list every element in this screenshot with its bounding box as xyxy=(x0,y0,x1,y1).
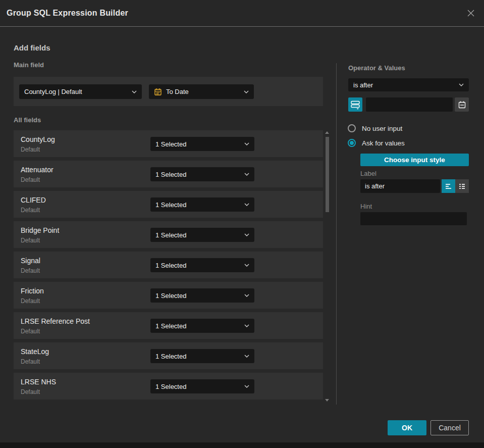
main-field-select[interactable]: CountyLog | Default xyxy=(19,84,142,99)
radio-ask-for-values-label: Ask for values xyxy=(362,139,405,147)
main-field-date-value: To Date xyxy=(166,88,244,95)
field-name: Bridge Point xyxy=(21,226,59,234)
field-selected-value: 1 Selected xyxy=(155,292,244,300)
operator-select[interactable]: is after xyxy=(348,78,469,91)
field-row: LRSE NHS Default 1 Selected xyxy=(14,373,323,400)
field-selected-dropdown[interactable]: 1 Selected xyxy=(150,319,254,333)
field-sublabel: Default xyxy=(21,388,40,395)
chevron-down-icon xyxy=(244,233,249,236)
field-sublabel: Default xyxy=(21,176,40,183)
field-selected-value: 1 Selected xyxy=(155,383,244,390)
field-selected-value: 1 Selected xyxy=(155,262,244,269)
radio-no-user-input-label: No user input xyxy=(362,125,402,132)
field-name: CountyLog xyxy=(21,135,55,143)
field-sublabel: Default xyxy=(21,328,40,335)
chevron-down-icon xyxy=(459,83,464,86)
field-selected-value: 1 Selected xyxy=(155,231,244,239)
field-name: Attenuator xyxy=(21,166,53,174)
field-selected-value: 1 Selected xyxy=(155,201,244,209)
field-selected-value: 1 Selected xyxy=(155,353,244,360)
label-input[interactable] xyxy=(360,179,440,193)
chevron-down-icon xyxy=(244,142,249,145)
field-selected-dropdown[interactable]: 1 Selected xyxy=(150,228,254,242)
list-style-button[interactable] xyxy=(455,179,469,193)
field-name: Friction xyxy=(21,287,44,295)
operator-select-value: is after xyxy=(353,81,459,89)
all-fields-label: All fields xyxy=(14,116,41,124)
main-field-select-value: CountyLog | Default xyxy=(24,88,132,95)
hint-input[interactable] xyxy=(360,212,467,225)
chevron-down-icon xyxy=(244,385,249,388)
field-name: LRSE NHS xyxy=(21,378,56,386)
dialog-title: Group SQL Expression Builder xyxy=(7,0,128,26)
field-sublabel: Default xyxy=(21,267,40,274)
field-row: Friction Default 1 Selected xyxy=(14,282,323,309)
field-row: Bridge Point Default 1 Selected xyxy=(14,221,323,248)
chevron-down-icon xyxy=(244,173,249,176)
scrollbar-down-arrow[interactable] xyxy=(325,399,329,402)
add-fields-heading: Add fields xyxy=(14,43,50,52)
value-type-button[interactable] xyxy=(348,97,362,112)
choose-input-style-button[interactable]: Choose input style xyxy=(360,154,469,166)
value-calendar-button[interactable] xyxy=(455,97,469,112)
field-selected-value: 1 Selected xyxy=(155,140,244,148)
close-icon[interactable] xyxy=(465,7,477,19)
field-sublabel: Default xyxy=(21,237,40,244)
label-label: Label xyxy=(360,170,377,177)
field-sublabel: Default xyxy=(21,297,40,305)
main-field-label: Main field xyxy=(14,61,44,69)
chevron-down-icon xyxy=(244,294,249,297)
field-row: Attenuator Default 1 Selected xyxy=(14,161,323,187)
main-field-date-select[interactable]: To Date xyxy=(149,84,254,99)
field-sublabel: Default xyxy=(21,146,40,153)
field-sublabel: Default xyxy=(21,358,40,365)
field-selected-value: 1 Selected xyxy=(155,171,244,178)
chevron-down-icon xyxy=(244,324,249,327)
panel-divider xyxy=(336,63,337,405)
bullet-list-icon xyxy=(458,182,466,190)
single-line-style-button[interactable] xyxy=(442,179,455,193)
field-row: CountyLog Default 1 Selected xyxy=(14,130,323,157)
field-row: StateLog Default 1 Selected xyxy=(14,342,323,369)
scrollbar-thumb[interactable] xyxy=(326,137,329,212)
operator-values-heading: Operator & Values xyxy=(348,64,405,72)
chevron-down-icon xyxy=(244,203,249,206)
field-name: LRSE Reference Post xyxy=(21,317,90,325)
field-row: CLIFED Default 1 Selected xyxy=(14,191,323,218)
field-selected-dropdown[interactable]: 1 Selected xyxy=(150,137,254,151)
group-sql-expression-builder-dialog: Group SQL Expression Builder Add fields … xyxy=(0,0,484,442)
field-selected-dropdown[interactable]: 1 Selected xyxy=(150,379,254,393)
field-selected-dropdown[interactable]: 1 Selected xyxy=(150,288,254,303)
title-bar: Group SQL Expression Builder xyxy=(0,0,484,27)
cancel-button[interactable]: Cancel xyxy=(431,420,469,435)
field-sublabel: Default xyxy=(21,207,40,214)
field-selected-dropdown[interactable]: 1 Selected xyxy=(150,258,254,272)
chevron-down-icon xyxy=(244,90,249,93)
stacked-values-icon xyxy=(350,99,360,110)
field-row: Signal Default 1 Selected xyxy=(14,252,323,278)
radio-selected-dot xyxy=(350,141,354,145)
chevron-down-icon xyxy=(132,90,137,93)
ok-button[interactable]: OK xyxy=(388,420,426,435)
calendar-icon xyxy=(154,88,162,96)
value-input[interactable] xyxy=(366,97,453,112)
radio-ask-for-values[interactable] xyxy=(348,139,356,147)
hint-label: Hint xyxy=(360,203,372,210)
field-row: LRSE Reference Post Default 1 Selected xyxy=(14,312,323,339)
chevron-down-icon xyxy=(244,355,249,358)
field-name: Signal xyxy=(21,257,40,265)
field-name: StateLog xyxy=(21,347,49,356)
scrollbar-up-arrow[interactable] xyxy=(325,131,329,134)
field-selected-dropdown[interactable]: 1 Selected xyxy=(150,349,254,363)
chevron-down-icon xyxy=(244,264,249,267)
field-selected-dropdown[interactable]: 1 Selected xyxy=(150,167,254,181)
align-left-icon xyxy=(444,182,453,190)
field-selected-value: 1 Selected xyxy=(155,322,244,330)
calendar-icon xyxy=(458,101,466,109)
radio-no-user-input[interactable] xyxy=(348,124,356,132)
main-field-panel: CountyLog | Default To Date xyxy=(14,77,323,106)
field-selected-dropdown[interactable]: 1 Selected xyxy=(150,197,254,212)
field-name: CLIFED xyxy=(21,196,46,204)
